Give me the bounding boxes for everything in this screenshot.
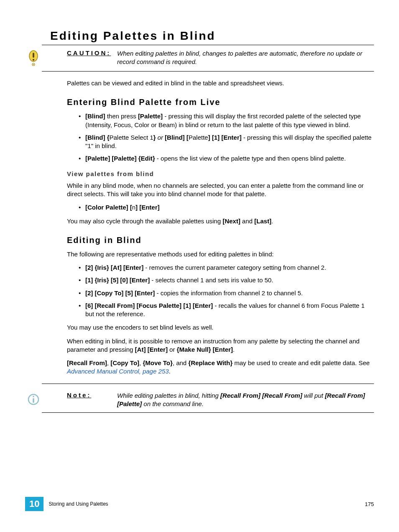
paragraph: [Recall From], [Copy To], {Move To}, and… — [67, 359, 374, 376]
title-rule — [42, 45, 374, 45]
caution-callout: CAUTION: When editing palettes in blind,… — [25, 49, 374, 67]
list-item: [1] {Iris} [5] [0] [Enter] - selects cha… — [79, 276, 374, 284]
caution-rule — [42, 71, 374, 72]
paragraph: While in any blind mode, when no channel… — [67, 182, 374, 199]
section1-sub-list: [Color Palette] [n] [Enter] — [79, 203, 374, 212]
main-content: Palettes can be viewed and edited in bli… — [67, 79, 374, 376]
page-number: 175 — [365, 501, 374, 507]
section1-subheading: View palettes from blind — [67, 170, 374, 178]
list-item: [6] [Recall From] [Focus Palette] [1] [E… — [79, 302, 374, 319]
note-rule-bottom — [42, 412, 374, 413]
svg-point-4 — [33, 64, 34, 65]
paragraph: You may use the encoders to set blind le… — [67, 323, 374, 332]
list-item: [Blind] then press [Palette] - pressing … — [79, 112, 374, 129]
list-item: [Palette] [Palette] {Edit} - opens the l… — [79, 154, 374, 163]
page-footer: 10 Storing and Using Palettes 175 — [25, 497, 374, 511]
note-callout: Note: While editing palettes in blind, h… — [25, 391, 374, 409]
caution-icon — [28, 50, 39, 67]
section2-list: [2] {Iris} [At] [Enter] - removes the cu… — [79, 263, 374, 318]
paragraph: When editing in blind, it is possible to… — [67, 337, 374, 354]
info-icon — [28, 392, 39, 407]
svg-rect-7 — [33, 398, 34, 403]
section1-heading: Entering Blind Palette from Live — [67, 97, 374, 108]
intro-paragraph: Palettes can be viewed and edited in bli… — [67, 79, 374, 87]
list-item: [Color Palette] [n] [Enter] — [79, 203, 374, 212]
page-title: Editing Palettes in Blind — [50, 29, 374, 43]
note-label: Note: — [67, 391, 117, 399]
svg-rect-1 — [33, 53, 34, 58]
note-text: While editing palettes in blind, hitting… — [117, 391, 374, 409]
paragraph: You may also cycle through the available… — [67, 217, 374, 225]
section2-heading: Editing in Blind — [67, 235, 374, 246]
paragraph: The following are representative methods… — [67, 250, 374, 258]
list-item: [2] [Copy To] [5] [Enter] - copies the i… — [79, 289, 374, 297]
note-rule-top — [42, 384, 374, 384]
svg-point-2 — [33, 59, 34, 61]
list-item: [2] {Iris} [At] [Enter] - removes the cu… — [79, 263, 374, 272]
list-item: [Blind] {Palette Select 1} or [Blind] [P… — [79, 133, 374, 151]
cross-ref-link[interactable]: Advanced Manual Control, page 253 — [67, 368, 169, 375]
svg-point-6 — [33, 396, 34, 397]
footer-title: Storing and Using Palettes — [49, 501, 365, 507]
chapter-number: 10 — [25, 497, 43, 511]
section1-list: [Blind] then press [Palette] - pressing … — [79, 112, 374, 163]
caution-label: CAUTION: — [67, 49, 117, 56]
caution-text: When editing palettes in blind, changes … — [117, 49, 374, 66]
